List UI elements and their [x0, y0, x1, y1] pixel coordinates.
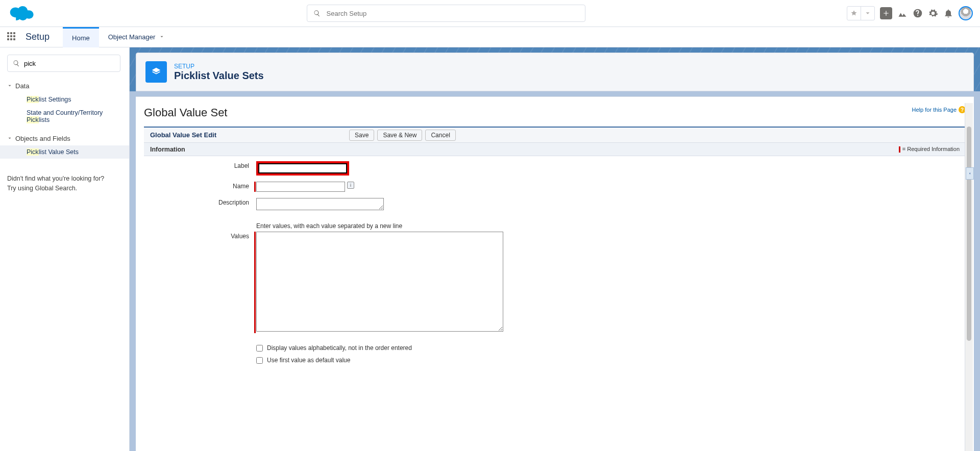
info-icon[interactable]: i — [347, 182, 354, 189]
app-launcher-icon[interactable] — [7, 32, 17, 42]
page-header-kicker: SETUP — [174, 63, 264, 70]
row-label: Label — [149, 161, 961, 176]
user-avatar[interactable] — [959, 6, 973, 20]
layers-icon — [151, 66, 162, 78]
inner-scrollbar[interactable] — [965, 103, 973, 451]
values-textarea[interactable] — [256, 232, 503, 332]
checkbox-alpha[interactable]: Display values alphabetically, not in th… — [256, 344, 412, 352]
help-for-page[interactable]: Help for this Page ? — [912, 106, 966, 113]
description-label: Description — [149, 198, 256, 206]
gear-icon[interactable] — [928, 8, 938, 18]
highlight-box — [256, 161, 349, 176]
plus-icon — [883, 10, 890, 17]
tree-item-picklist-value-sets[interactable]: Picklist Value Sets — [0, 145, 129, 159]
chevron-left-icon — [968, 171, 972, 176]
row-ck-alpha: Display values alphabetically, not in th… — [149, 339, 961, 352]
tree-item-state-country[interactable]: State and Country/Territory Picklists — [7, 106, 124, 127]
favorites-menu[interactable] — [847, 6, 875, 20]
section-information: Information = Required Information — [144, 143, 966, 156]
highlight: Pick — [27, 116, 39, 123]
global-search-input[interactable] — [327, 10, 579, 17]
save-button[interactable]: Save — [349, 130, 374, 141]
chevron-down-icon — [7, 82, 12, 90]
label-input[interactable] — [258, 163, 347, 173]
values-hint: Enter values, with each value separated … — [256, 222, 402, 230]
button-row: Save Save & New Cancel — [349, 130, 456, 141]
card-title: Global Value Set — [144, 106, 227, 119]
trailhead-icon[interactable] — [897, 8, 908, 18]
label-label: Label — [149, 161, 256, 169]
required-legend: = Required Information — [899, 146, 960, 153]
tree-section-data[interactable]: Data — [7, 79, 124, 93]
chevron-down-icon — [864, 10, 871, 17]
row-values-hint: Enter values, with each value separated … — [149, 216, 961, 232]
search-icon — [313, 10, 321, 17]
panel-collapse-handle[interactable] — [966, 167, 974, 180]
edit-block: Global Value Set Edit Save Save & New Ca… — [144, 127, 966, 380]
salesforce-logo — [7, 4, 35, 22]
tab-object-manager[interactable]: Object Manager — [99, 27, 174, 47]
name-input[interactable] — [256, 182, 345, 192]
bell-icon[interactable] — [943, 8, 953, 18]
page-header-bg: SETUP Picklist Value Sets — [130, 47, 980, 91]
description-textarea[interactable] — [256, 198, 384, 210]
edit-header-title: Global Value Set Edit — [150, 131, 216, 139]
help-icon[interactable] — [913, 8, 923, 18]
detail-card: Global Value Set Help for this Page ? Gl… — [136, 96, 974, 451]
page-header-icon — [145, 61, 167, 83]
global-search-wrap — [45, 5, 847, 22]
setup-content: SETUP Picklist Value Sets Global Value S… — [130, 47, 980, 451]
chevron-down-icon — [159, 33, 164, 41]
tree-section-objects-label: Objects and Fields — [15, 135, 70, 142]
tree-section-data-label: Data — [15, 82, 29, 90]
row-name: Name i — [149, 182, 961, 192]
row-values: Values — [149, 232, 961, 333]
global-header — [0, 0, 980, 27]
tab-home[interactable]: Home — [63, 27, 99, 47]
form-area: Label Name i — [144, 156, 966, 380]
quick-find-input[interactable] — [24, 60, 115, 67]
tab-object-manager-label: Object Manager — [108, 33, 156, 41]
header-utilities — [847, 6, 973, 20]
checkbox-default-input[interactable] — [256, 357, 263, 364]
app-name: Setup — [26, 32, 50, 42]
row-description: Description — [149, 198, 961, 210]
star-icon — [850, 10, 857, 17]
page-header: SETUP Picklist Value Sets — [136, 53, 974, 91]
name-label: Name — [149, 182, 256, 190]
save-and-new-button[interactable]: Save & New — [377, 130, 422, 141]
search-icon — [13, 60, 20, 67]
highlight: Pick — [27, 96, 39, 103]
tree-section-objects[interactable]: Objects and Fields — [7, 132, 124, 145]
page-header-text: SETUP Picklist Value Sets — [174, 63, 264, 82]
main-columns: Data Picklist Settings State and Country… — [0, 47, 980, 451]
quick-find-hint: Didn't find what you're looking for? Try… — [7, 174, 124, 193]
values-label: Values — [149, 232, 256, 240]
checkbox-default[interactable]: Use first value as default value — [256, 357, 350, 364]
chevron-down-icon — [7, 135, 12, 142]
page-header-title: Picklist Value Sets — [174, 70, 264, 82]
context-nav: Setup Home Object Manager — [0, 27, 980, 47]
global-actions-button[interactable] — [880, 7, 892, 19]
edit-header-bar: Global Value Set Edit Save Save & New Ca… — [144, 128, 966, 143]
row-ck-default: Use first value as default value — [149, 352, 961, 364]
cancel-button[interactable]: Cancel — [425, 130, 455, 141]
quick-find[interactable] — [7, 55, 120, 72]
highlight: Pick — [27, 148, 39, 156]
setup-tree: Data Picklist Settings State and Country… — [0, 47, 130, 451]
checkbox-alpha-input[interactable] — [256, 345, 263, 352]
tree-item-picklist-settings[interactable]: Picklist Settings — [7, 93, 124, 106]
global-search[interactable] — [307, 5, 585, 22]
